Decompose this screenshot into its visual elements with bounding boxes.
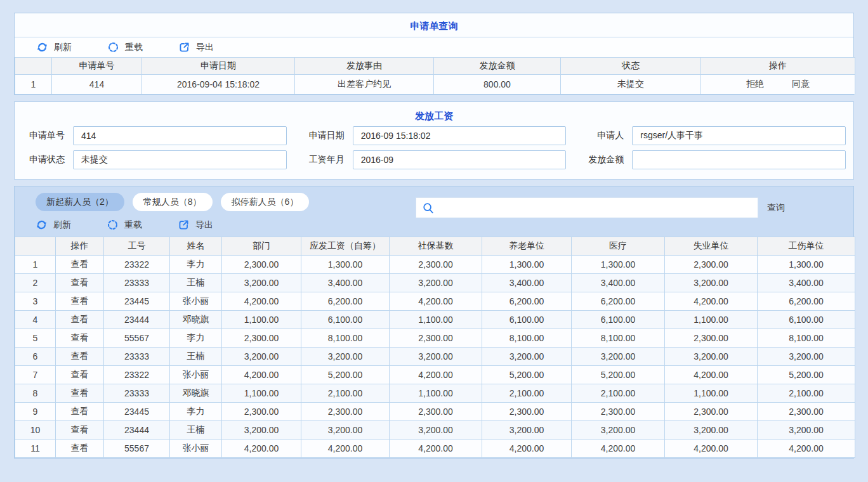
pension-unit-cell: 3,400.00 bbox=[482, 274, 572, 292]
injury-unit-cell: 3,200.00 bbox=[758, 348, 855, 366]
department-cell: 3,200.00 bbox=[222, 421, 301, 440]
view-button[interactable]: 查看 bbox=[56, 366, 104, 384]
unemployment-unit-cell: 1,100.00 bbox=[665, 311, 758, 329]
staff-table-row: 1 查看 23322 李力 2,300.00 1,300.00 2,300.00… bbox=[15, 256, 855, 274]
tab-new-salary-staff[interactable]: 新起薪人员（2） bbox=[36, 193, 124, 211]
view-button[interactable]: 查看 bbox=[56, 256, 104, 274]
view-button[interactable]: 查看 bbox=[56, 329, 104, 348]
reject-button[interactable]: 拒绝 bbox=[746, 79, 764, 89]
application-table-header: 申请单号 申请日期 发放事由 发放金额 状态 操作 bbox=[15, 58, 855, 75]
department-cell: 2,300.00 bbox=[222, 256, 301, 274]
export-label: 导出 bbox=[196, 42, 214, 53]
reason-cell: 出差客户约见 bbox=[295, 75, 434, 94]
apply-status-label: 申请状态 bbox=[15, 154, 73, 166]
grant-amount-input[interactable] bbox=[632, 150, 846, 169]
reload-label: 重载 bbox=[125, 42, 143, 53]
search-button[interactable]: 查询 bbox=[767, 202, 785, 214]
payable-salary-cell: 2,100.00 bbox=[301, 384, 390, 403]
name-cell: 李力 bbox=[170, 403, 222, 421]
apply-date-label: 申请日期 bbox=[294, 130, 353, 141]
col-payable-salary: 应发工资（自筹） bbox=[301, 237, 390, 256]
reload-button[interactable]: 重载 bbox=[107, 41, 143, 53]
col-medical: 医疗 bbox=[572, 237, 665, 256]
apply-date-cell: 2016-09-04 15:18:02 bbox=[142, 75, 295, 94]
staff-table-row: 2 查看 23333 王楠 3,200.00 3,400.00 3,200.00… bbox=[15, 274, 855, 292]
injury-unit-cell: 2,300.00 bbox=[758, 403, 855, 421]
view-button[interactable]: 查看 bbox=[56, 274, 104, 292]
salary-month-label: 工资年月 bbox=[294, 154, 353, 166]
social-base-cell: 2,300.00 bbox=[390, 403, 482, 421]
apply-no-label: 申请单号 bbox=[15, 130, 73, 141]
payable-salary-cell: 5,200.00 bbox=[301, 366, 390, 384]
medical-cell: 3,200.00 bbox=[572, 348, 665, 366]
unemployment-unit-cell: 4,200.00 bbox=[665, 440, 758, 458]
apply-no-input[interactable] bbox=[73, 126, 287, 145]
name-cell: 张小丽 bbox=[170, 292, 222, 311]
search-input[interactable] bbox=[416, 197, 758, 218]
apply-status-input[interactable] bbox=[73, 150, 287, 169]
emp-no-cell: 23333 bbox=[104, 274, 170, 292]
staff-table-header: 操作 工号 姓名 部门 应发工资（自筹） 社保基数 养老单位 医疗 失业单位 工… bbox=[15, 237, 855, 256]
medical-cell: 8,100.00 bbox=[572, 329, 665, 348]
view-button[interactable]: 查看 bbox=[56, 384, 104, 403]
pension-unit-cell: 6,100.00 bbox=[482, 311, 572, 329]
name-cell: 李力 bbox=[170, 256, 222, 274]
emp-no-cell: 23322 bbox=[104, 256, 170, 274]
name-cell: 王楠 bbox=[170, 274, 222, 292]
medical-cell: 4,200.00 bbox=[572, 440, 665, 458]
salary-month-input[interactable] bbox=[353, 150, 567, 169]
salary-form: 申请单号 申请日期 申请人 申请状态 工资年月 发放金额 bbox=[15, 121, 853, 169]
row-index: 6 bbox=[15, 348, 56, 366]
col-emp-no: 工号 bbox=[104, 237, 170, 256]
payable-salary-cell: 8,100.00 bbox=[301, 329, 390, 348]
staff-refresh-button[interactable]: 刷新 bbox=[36, 219, 71, 231]
view-button[interactable]: 查看 bbox=[56, 311, 104, 329]
reload-icon bbox=[107, 41, 119, 53]
staff-export-button[interactable]: 导出 bbox=[178, 219, 213, 231]
social-base-cell: 1,100.00 bbox=[390, 384, 482, 403]
grant-amount-field-group: 发放金额 bbox=[574, 150, 853, 169]
social-base-cell: 2,300.00 bbox=[390, 329, 482, 348]
view-button[interactable]: 查看 bbox=[56, 440, 104, 458]
apply-no-cell: 414 bbox=[52, 75, 142, 94]
staff-list-panel: 新起薪人员（2） 常规人员（8） 拟停薪人员（6） 查询 bbox=[14, 186, 854, 459]
application-query-title: 申请单查询 bbox=[15, 13, 853, 37]
approve-button[interactable]: 同意 bbox=[792, 79, 810, 89]
view-button[interactable]: 查看 bbox=[56, 403, 104, 421]
applicant-field-group: 申请人 bbox=[574, 126, 853, 145]
tab-regular-staff[interactable]: 常规人员（8） bbox=[133, 193, 213, 211]
emp-no-cell: 23444 bbox=[104, 311, 170, 329]
department-cell: 3,200.00 bbox=[222, 348, 301, 366]
social-base-cell: 3,200.00 bbox=[390, 348, 482, 366]
unemployment-unit-cell: 1,100.00 bbox=[665, 384, 758, 403]
row-index: 9 bbox=[15, 403, 56, 421]
medical-cell: 2,100.00 bbox=[572, 384, 665, 403]
reload-icon bbox=[107, 219, 119, 231]
view-button[interactable]: 查看 bbox=[56, 421, 104, 440]
row-index: 4 bbox=[15, 311, 56, 329]
staff-tabbar: 新起薪人员（2） 常规人员（8） 拟停薪人员（6） 查询 bbox=[15, 186, 853, 237]
view-button[interactable]: 查看 bbox=[56, 292, 104, 311]
staff-table-row: 4 查看 23444 邓晓旗 1,100.00 6,100.00 1,100.0… bbox=[15, 311, 855, 329]
emp-no-cell: 55567 bbox=[104, 329, 170, 348]
view-button[interactable]: 查看 bbox=[56, 348, 104, 366]
application-query-panel: 申请单查询 刷新 重载 bbox=[14, 13, 854, 95]
unemployment-unit-cell: 3,200.00 bbox=[665, 421, 758, 440]
staff-reload-button[interactable]: 重载 bbox=[107, 219, 142, 231]
tab-suspend-salary-staff[interactable]: 拟停薪人员（6） bbox=[221, 193, 310, 211]
col-status: 状态 bbox=[561, 58, 701, 75]
search-input-wrap bbox=[416, 197, 758, 218]
col-row-index bbox=[15, 237, 56, 256]
export-label: 导出 bbox=[195, 219, 213, 231]
page: 申请单查询 刷新 重载 bbox=[0, 0, 868, 459]
refresh-button[interactable]: 刷新 bbox=[36, 41, 72, 53]
col-reason: 发放事由 bbox=[295, 58, 434, 75]
export-button[interactable]: 导出 bbox=[178, 41, 214, 53]
staff-table-row: 11 查看 55567 张小丽 4,200.00 4,200.00 4,200.… bbox=[15, 440, 855, 458]
payable-salary-cell: 3,200.00 bbox=[301, 348, 390, 366]
export-icon bbox=[178, 219, 190, 231]
row-index: 5 bbox=[15, 329, 56, 348]
pension-unit-cell: 2,300.00 bbox=[482, 403, 572, 421]
apply-date-input[interactable] bbox=[353, 126, 567, 145]
applicant-input[interactable] bbox=[632, 126, 846, 145]
